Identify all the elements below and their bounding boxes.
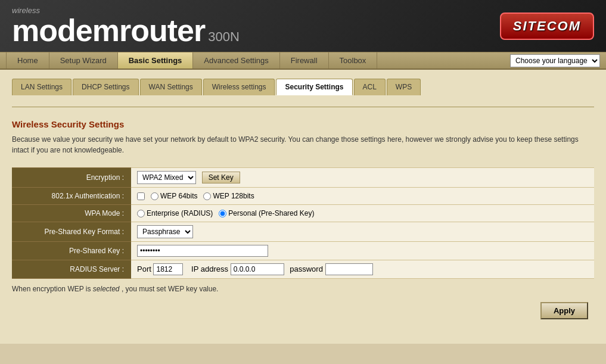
radius-label: RADIUS Server :	[12, 260, 131, 279]
nav-toolbox[interactable]: Toolbox	[329, 52, 378, 69]
nav-basic-settings[interactable]: Basic Settings	[118, 52, 194, 69]
psk-input[interactable]	[137, 245, 268, 257]
tab-lan-settings[interactable]: LAN Settings	[12, 79, 72, 95]
tab-security-settings[interactable]: Security Settings	[276, 79, 352, 95]
logo-modem: modem	[12, 15, 119, 46]
encryption-row: Encryption : WPA2 Mixed WPA2 WPA WEP Non…	[12, 168, 594, 188]
radius-ip-input[interactable]	[231, 263, 284, 275]
wep64-label: WEP 64bits	[151, 192, 197, 200]
tab-wps[interactable]: WPS	[387, 79, 421, 95]
nav-advanced-settings[interactable]: Advanced Settings	[193, 52, 279, 69]
radius-password-input[interactable]	[325, 263, 373, 275]
wep64-radio[interactable]	[151, 192, 159, 200]
tab-acl[interactable]: ACL	[354, 79, 386, 95]
sitecom-logo: SITECOM	[500, 13, 594, 40]
tab-wireless-settings[interactable]: Wireless settings	[203, 79, 275, 95]
wep128-radio[interactable]	[203, 192, 211, 200]
personal-radio[interactable]	[219, 210, 226, 217]
apply-button[interactable]: Apply	[540, 302, 588, 319]
nav-setup-wizard[interactable]: Setup Wizard	[49, 52, 118, 69]
psk-format-select[interactable]: Passphrase Hex	[137, 225, 193, 238]
section-title: Wireless Security Settings	[12, 119, 594, 129]
radius-port-input[interactable]	[153, 263, 183, 275]
content-area: LAN Settings DHCP Settings WAN Settings …	[0, 70, 606, 344]
logo: wireless modem router 300N	[12, 6, 240, 46]
wpa-mode-cell: Enterprise (RADIUS) Personal (Pre-Shared…	[131, 205, 594, 222]
wpa-mode-radio-group: Enterprise (RADIUS) Personal (Pre-Shared…	[137, 209, 588, 217]
nav-home[interactable]: Home	[6, 52, 49, 69]
psk-row: Pre-Shared Key :	[12, 242, 594, 260]
auth-checkbox[interactable]	[137, 192, 145, 200]
port-label: Port	[137, 265, 151, 273]
wep128-label: WEP 128bits	[203, 192, 254, 200]
language-selector-group: Choose your language	[510, 54, 600, 67]
tab-dhcp-settings[interactable]: DHCP Settings	[73, 79, 138, 95]
wpa-mode-label: WPA Mode :	[12, 205, 131, 222]
password-label: password	[290, 265, 323, 273]
encryption-label: Encryption :	[12, 168, 131, 188]
section-desc: Because we value your security we have s…	[12, 134, 594, 155]
ip-label: IP address	[191, 265, 228, 273]
auth-cell: WEP 64bits WEP 128bits	[131, 188, 594, 205]
logo-model: 300N	[208, 29, 240, 45]
personal-label: Personal (Pre-Shared Key)	[219, 209, 314, 217]
auth-row: 802.1x Authentication : WEP 64bits WEP 1…	[12, 188, 594, 205]
tabs: LAN Settings DHCP Settings WAN Settings …	[12, 79, 594, 95]
apply-area: Apply	[12, 293, 594, 322]
encryption-select[interactable]: WPA2 Mixed WPA2 WPA WEP None	[137, 171, 196, 184]
nav-bar: Home Setup Wizard Basic Settings Advance…	[0, 52, 606, 70]
note-selected-word: selected	[93, 285, 120, 293]
auth-radio-group: WEP 64bits WEP 128bits	[137, 192, 588, 200]
radius-cell: Port IP address password	[131, 260, 594, 279]
language-select[interactable]: Choose your language	[510, 54, 600, 67]
psk-cell	[131, 242, 594, 260]
logo-router: router	[119, 15, 205, 46]
set-key-button[interactable]: Set Key	[202, 172, 240, 183]
enterprise-radio[interactable]	[137, 210, 145, 217]
psk-label: Pre-Shared Key :	[12, 242, 131, 260]
encryption-cell: WPA2 Mixed WPA2 WPA WEP None Set Key	[131, 168, 594, 188]
tab-wan-settings[interactable]: WAN Settings	[140, 79, 202, 95]
header: wireless modem router 300N SITECOM	[0, 0, 606, 52]
auth-label: 802.1x Authentication :	[12, 188, 131, 205]
note-text: When encryption WEP is selected , you mu…	[12, 285, 594, 293]
note-text-after: , you must set WEP key value.	[122, 285, 219, 293]
psk-format-cell: Passphrase Hex	[131, 222, 594, 242]
settings-table: Encryption : WPA2 Mixed WPA2 WPA WEP Non…	[12, 167, 594, 279]
psk-format-label: Pre-Shared Key Format :	[12, 222, 131, 242]
psk-format-row: Pre-Shared Key Format : Passphrase Hex	[12, 222, 594, 242]
note-text-before: When encryption WEP is	[12, 285, 91, 293]
radius-row: RADIUS Server : Port IP address password	[12, 260, 594, 279]
enterprise-label: Enterprise (RADIUS)	[137, 209, 213, 217]
nav-firewall[interactable]: Firewall	[280, 52, 329, 69]
wpa-mode-row: WPA Mode : Enterprise (RADIUS) Personal …	[12, 205, 594, 222]
